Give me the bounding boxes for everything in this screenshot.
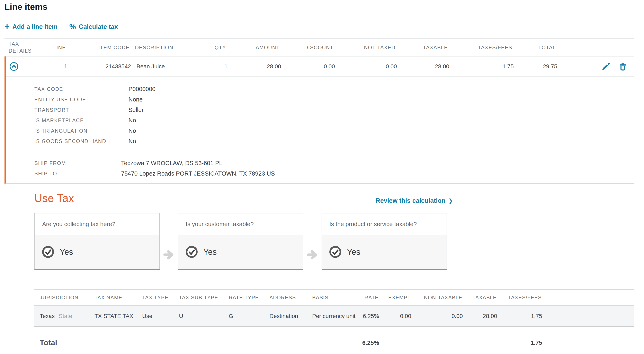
col-header-total: TOTAL (514, 43, 558, 52)
line-items-table: TAX DETAILS LINE ITEM CODE DESCRIPTION Q… (4, 38, 634, 184)
review-calculation-link[interactable]: Review this calculation ❯ (376, 197, 453, 204)
toolbar: + Add a line item % Calculate tax (4, 22, 634, 31)
card-answer-label: Yes (347, 248, 360, 256)
review-calculation-label: Review this calculation (376, 197, 445, 204)
cell-discount: 0.00 (283, 63, 337, 70)
card-question: Is the product or service taxable? (322, 214, 446, 235)
line-items-header-row: TAX DETAILS LINE ITEM CODE DESCRIPTION Q… (4, 38, 634, 56)
card-gap (160, 213, 178, 270)
check-circle-icon (329, 246, 342, 258)
detail-label: TAX CODE (34, 84, 128, 94)
card-answer: Yes (178, 235, 303, 269)
cell-amount: 28.00 (230, 63, 283, 70)
card-product-taxable: Is the product or service taxable? Yes (322, 213, 447, 270)
jurisdiction-level: State (59, 313, 72, 319)
cell-taxes-fees: 1.75 (497, 313, 542, 320)
cell-exempt: 0.00 (379, 313, 411, 320)
collapse-row-button[interactable] (6, 62, 36, 71)
col-header-address: ADDRESS (264, 295, 307, 300)
col-header-qty: QTY (193, 43, 228, 52)
detail-label: IS MARKETPLACE (34, 115, 128, 126)
plus-icon: + (4, 22, 10, 31)
line-item-details: TAX CODE P0000000 ENTITY USE CODE None T… (6, 77, 634, 183)
card-question: Is your customer taxable? (178, 214, 303, 235)
col-header-jurisdiction: JURISDICTION (34, 295, 89, 300)
use-tax-header: Use Tax Review this calculation ❯ (34, 192, 453, 204)
col-header-tax-type: TAX TYPE (137, 295, 174, 300)
col-header-non-taxable: NON-TAXABLE (411, 295, 463, 300)
cell-rate-type: G (224, 313, 264, 320)
col-header-rate-type: RATE TYPE (224, 295, 264, 300)
detail-value: P0000000 (128, 84, 634, 94)
total-rate: 6.25% (360, 340, 379, 346)
check-circle-icon (185, 246, 198, 258)
card-answer: Yes (35, 235, 159, 269)
use-tax-cards: Are you collecting tax here? Yes (34, 213, 453, 270)
col-header-taxes-fees: TAXES/FEES (450, 43, 514, 52)
cell-item-code: 21438542 (69, 63, 133, 70)
trash-icon (618, 62, 628, 71)
cell-total: 29.75 (516, 63, 559, 70)
detail-value: No (128, 115, 634, 126)
cell-taxable: 28.00 (399, 63, 451, 70)
jurisdiction-table: JURISDICTION TAX NAME TAX TYPE TAX SUB T… (34, 289, 634, 354)
use-tax-section: Use Tax Review this calculation ❯ Are yo… (34, 192, 453, 270)
cell-not-taxed: 0.00 (337, 63, 399, 70)
jurisdiction-header-row: JURISDICTION TAX NAME TAX TYPE TAX SUB T… (34, 289, 634, 306)
total-label: Total (34, 338, 89, 347)
cell-rate: 6.25% (360, 313, 379, 320)
detail-value: No (128, 126, 634, 136)
ship-label: SHIP TO (34, 168, 121, 179)
col-header-actions (558, 46, 634, 49)
cell-description: Bean Juice (133, 63, 194, 70)
card-customer-taxable: Is your customer taxable? Yes (178, 213, 304, 270)
line-item-row: 1 21438542 Bean Juice 1 28.00 0.00 0.00 … (6, 56, 634, 77)
col-header-line: LINE (35, 43, 68, 52)
detail-label: TRANSPORT (34, 105, 128, 115)
detail-value: None (128, 94, 634, 105)
col-header-item-code: ITEM CODE (68, 43, 132, 52)
detail-label: IS GOODS SECOND HAND (34, 136, 128, 146)
cell-qty: 1 (194, 63, 230, 70)
add-line-item-label: Add a line item (12, 23, 58, 30)
detail-value: Seller (128, 105, 634, 115)
col-header-not-taxed: NOT TAXED (336, 43, 398, 52)
cell-tax-name: TX STATE TAX (89, 313, 137, 320)
chevron-right-icon: ❯ (448, 198, 453, 204)
detail-label: ENTITY USE CODE (34, 94, 128, 105)
cell-non-taxable: 0.00 (411, 313, 463, 320)
cell-taxable: 28.00 (463, 313, 497, 320)
add-line-item-button[interactable]: + Add a line item (4, 22, 58, 31)
calculate-tax-button[interactable]: % Calculate tax (69, 23, 118, 30)
col-header-rate: RATE (360, 295, 379, 300)
use-tax-title: Use Tax (34, 192, 74, 204)
cell-jurisdiction: TexasState (34, 313, 89, 320)
card-gap (304, 213, 322, 270)
pencil-icon (601, 62, 610, 71)
col-header-description: DESCRIPTION (132, 43, 193, 52)
col-header-taxes-fees: TAXES/FEES (497, 295, 542, 300)
delete-line-item-button[interactable] (618, 62, 628, 71)
shipping-addresses: SHIP FROM Teczowa 7 WROCLAW, DS 53-601 P… (34, 158, 634, 179)
card-answer: Yes (322, 235, 446, 269)
line-item-expanded-group: 1 21438542 Bean Juice 1 28.00 0.00 0.00 … (4, 56, 634, 184)
percent-icon: % (69, 23, 76, 30)
col-header-exempt: EXEMPT (379, 295, 411, 300)
col-header-taxable: TAXABLE (463, 295, 497, 300)
details-divider (34, 153, 634, 153)
cell-taxes-fees: 1.75 (451, 63, 516, 70)
check-circle-icon (42, 246, 54, 258)
card-question: Are you collecting tax here? (35, 214, 159, 235)
jurisdiction-total-row: Total 6.25% 1.75 (34, 327, 634, 354)
ship-value: Teczowa 7 WROCLAW, DS 53-601 PL (121, 158, 634, 168)
arrow-right-icon (307, 249, 318, 261)
cell-address: Destination (264, 313, 307, 320)
edit-line-item-button[interactable] (601, 62, 610, 71)
ship-value: 75470 Lopez Roads PORT JESSICATOWN, TX 7… (121, 168, 634, 179)
col-header-amount: AMOUNT (228, 43, 282, 52)
line-items-page: Line items + Add a line item % Calculate… (0, 0, 644, 354)
jurisdiction-name: Texas (40, 313, 54, 319)
col-header-basis: BASIS (307, 295, 360, 300)
cell-basis: Per currency unit (307, 313, 360, 320)
col-header-tax-sub-type: TAX SUB TYPE (174, 295, 224, 300)
